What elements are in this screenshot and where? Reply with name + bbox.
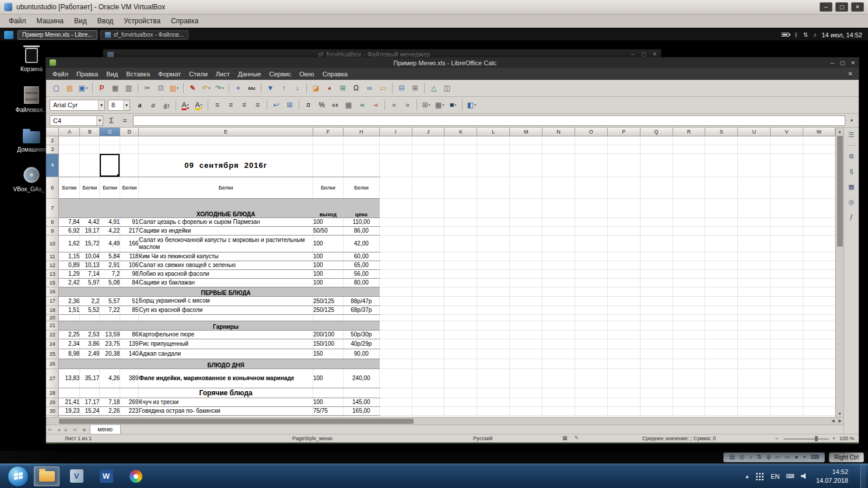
- cell-C11[interactable]: 5,84: [100, 252, 120, 261]
- row-header-20[interactable]: 20: [46, 314, 59, 321]
- cell-I26[interactable]: [379, 359, 412, 368]
- cell-U8[interactable]: [738, 217, 771, 226]
- calc-menu-Файл[interactable]: Файл: [48, 71, 72, 78]
- cell-M15[interactable]: [510, 278, 542, 287]
- cell-Q16[interactable]: [640, 287, 673, 296]
- hard-disks-icon[interactable]: ▤: [729, 454, 734, 460]
- cell-H27[interactable]: 240,00: [343, 368, 379, 388]
- cell-W2[interactable]: [803, 136, 835, 145]
- cell-K8[interactable]: [444, 217, 477, 226]
- open-icon[interactable]: ▤: [63, 82, 76, 94]
- cell-P7[interactable]: [607, 198, 640, 217]
- cell-U28[interactable]: [738, 388, 771, 398]
- cell-F20[interactable]: [313, 314, 343, 321]
- cell-J29[interactable]: [412, 398, 444, 406]
- cell-W13[interactable]: [803, 269, 835, 278]
- cell-F22[interactable]: 200/100: [313, 330, 343, 339]
- cell-E16[interactable]: ПЕРВЫЕ БЛЮДА: [139, 287, 313, 296]
- cell-U11[interactable]: [738, 252, 771, 261]
- column-header-O[interactable]: O: [575, 128, 607, 136]
- cell-O11[interactable]: [575, 252, 607, 261]
- cell-D4[interactable]: [120, 153, 139, 177]
- column-header-I[interactable]: I: [379, 128, 412, 136]
- cell-R20[interactable]: [673, 314, 705, 321]
- special-character-icon[interactable]: Ω: [349, 82, 363, 94]
- cell-R25[interactable]: [673, 349, 705, 359]
- row-header-10[interactable]: 10: [46, 235, 59, 252]
- cell-O30[interactable]: [575, 406, 607, 415]
- cell-E7[interactable]: ХОЛОДНЫЕ БЛЮДА: [139, 198, 313, 217]
- sort-ascending-icon[interactable]: ↑: [277, 82, 290, 94]
- cell-J18[interactable]: [412, 306, 444, 314]
- cell-S20[interactable]: [705, 314, 738, 321]
- cell-D29[interactable]: 269: [120, 398, 139, 406]
- cell-M4[interactable]: [510, 153, 542, 177]
- optical-drives-icon[interactable]: ◎: [740, 454, 745, 460]
- cell-H28[interactable]: [343, 388, 379, 398]
- conditional-formatting-icon[interactable]: ◧▾: [465, 99, 478, 111]
- cell-O2[interactable]: [575, 136, 607, 145]
- cell-P30[interactable]: [607, 406, 640, 415]
- row-header-16[interactable]: 16: [46, 287, 59, 296]
- cell-H6[interactable]: Белки: [343, 177, 379, 198]
- bold-icon[interactable]: а: [133, 99, 146, 111]
- cell-W27[interactable]: [803, 368, 835, 388]
- format-date-icon[interactable]: ▦: [342, 99, 355, 111]
- cell-O20[interactable]: [575, 314, 607, 321]
- undo-icon[interactable]: ↶▾: [200, 82, 213, 94]
- cell-C25[interactable]: 20,38: [100, 349, 120, 359]
- cell-H12[interactable]: 65,00: [343, 261, 379, 269]
- cell-B15[interactable]: 5,97: [80, 278, 100, 287]
- cell-N21[interactable]: [542, 321, 575, 330]
- column-header-D[interactable]: D: [120, 128, 139, 136]
- row-header-15[interactable]: 15: [46, 278, 59, 287]
- cell-L22[interactable]: [477, 330, 510, 339]
- cell-B16[interactable]: [80, 287, 100, 296]
- cell-M16[interactable]: [510, 287, 542, 296]
- row-header-24[interactable]: 24: [46, 339, 59, 349]
- save-icon[interactable]: ▣▾: [76, 82, 90, 94]
- cell-P26[interactable]: [607, 359, 640, 368]
- cell-I15[interactable]: [379, 278, 412, 287]
- cell-U25[interactable]: [738, 349, 771, 359]
- cell-L30[interactable]: [477, 406, 510, 415]
- cell-F10[interactable]: 100: [313, 235, 343, 252]
- cell-A6[interactable]: Белки: [59, 177, 80, 198]
- cell-F15[interactable]: 100: [313, 278, 343, 287]
- cell-P15[interactable]: [607, 278, 640, 287]
- sheet-tab-menu[interactable]: меню: [90, 425, 121, 434]
- cell-R10[interactable]: [673, 235, 705, 252]
- cell-U2[interactable]: [738, 136, 771, 145]
- cell-V20[interactable]: [771, 314, 803, 321]
- minimize-button[interactable]: ─: [831, 60, 834, 66]
- cell-P8[interactable]: [607, 217, 640, 226]
- cell-K10[interactable]: [444, 235, 477, 252]
- cell-E6[interactable]: Белки: [139, 177, 313, 198]
- cell-E21[interactable]: Гарниры: [139, 321, 313, 330]
- cell-J27[interactable]: [412, 368, 444, 388]
- cell-N6[interactable]: [542, 177, 575, 198]
- cell-O10[interactable]: [575, 235, 607, 252]
- cell-V30[interactable]: [771, 406, 803, 415]
- cell-K22[interactable]: [444, 330, 477, 339]
- cell-K3[interactable]: [444, 145, 477, 153]
- chevron-down-icon[interactable]: ▾: [98, 100, 104, 110]
- recording-icon[interactable]: ●: [794, 454, 798, 460]
- cell-I16[interactable]: [379, 287, 412, 296]
- cell-K2[interactable]: [444, 136, 477, 145]
- cell-R27[interactable]: [673, 368, 705, 388]
- cell-H26[interactable]: [343, 359, 379, 368]
- cell-I18[interactable]: [379, 306, 412, 314]
- cell-C3[interactable]: [100, 145, 120, 153]
- cell-Q26[interactable]: [640, 359, 673, 368]
- bluetooth-icon[interactable]: ᛒ: [794, 32, 798, 38]
- row-header-13[interactable]: 13: [46, 269, 59, 278]
- cell-U17[interactable]: [738, 296, 771, 306]
- cell-B20[interactable]: [80, 314, 100, 321]
- show-desktop-button[interactable]: [860, 464, 866, 488]
- font-size-select[interactable]: 8 ▾: [108, 100, 130, 111]
- cell-W9[interactable]: [803, 226, 835, 235]
- cell-L4[interactable]: [477, 153, 510, 177]
- cell-M30[interactable]: [510, 406, 542, 415]
- paint-taskbar-button[interactable]: [123, 466, 149, 486]
